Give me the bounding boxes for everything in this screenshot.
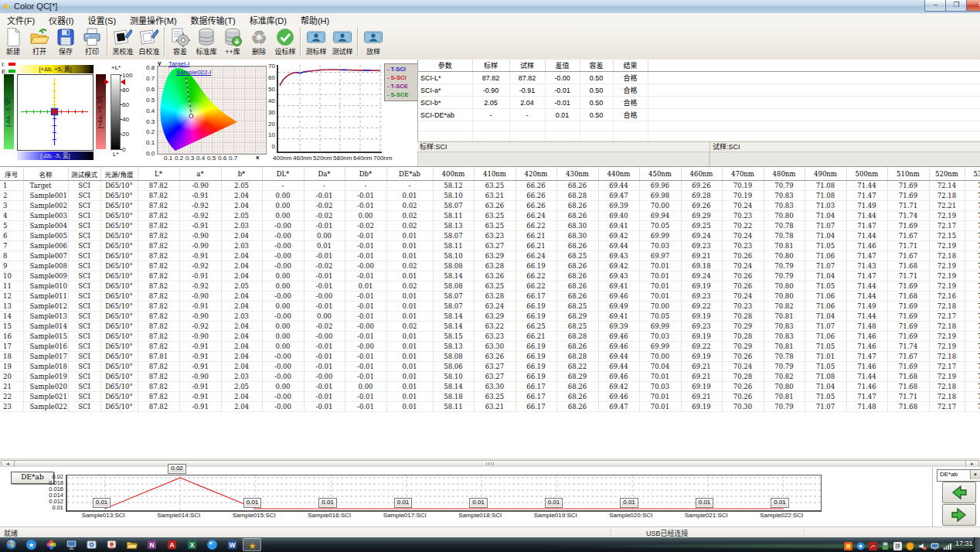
browser-star-icon[interactable]: ★ xyxy=(22,538,40,551)
table-row[interactable]: 2Sample001SCID65/10°87.82-0.912.040.00-0… xyxy=(0,191,980,201)
table-row[interactable]: 5Sample004SCID65/10°87.82-0.912.03-0.00-… xyxy=(0,221,980,231)
media-flower-icon[interactable] xyxy=(42,538,60,551)
table-cell: 70.83 xyxy=(764,332,805,342)
tolerance-button[interactable]: 容差 xyxy=(167,26,193,58)
open-button[interactable]: 打开 xyxy=(26,26,53,58)
column-header: 460nm xyxy=(681,167,722,181)
table-cell: 0.00 xyxy=(345,211,386,221)
table-cell: 69.42 xyxy=(598,261,639,271)
table-row[interactable]: 23Sample022SCID65/10°87.82-0.912.04-0.00… xyxy=(0,402,980,412)
tray-ime-icon[interactable]: 拼 xyxy=(892,540,903,550)
standard-library-icon xyxy=(196,27,216,47)
tray-app-icon[interactable] xyxy=(842,540,853,550)
close-button[interactable]: ✕ xyxy=(966,0,980,12)
table-cell: D65/10° xyxy=(100,332,138,342)
tray-volume-muted-icon[interactable] xyxy=(917,540,927,550)
tray-usb-icon[interactable] xyxy=(880,540,890,550)
column-header: 440nm xyxy=(598,167,639,181)
table-row[interactable]: 9Sample008SCID65/10°87.82-0.922.04-0.00-… xyxy=(0,261,980,271)
table-cell: 70.01 xyxy=(639,281,681,291)
table-cell: 70.01 xyxy=(639,271,681,281)
table-cell: -0.01 xyxy=(304,302,345,312)
tray-pdf-icon[interactable] xyxy=(867,540,878,550)
maximize-button[interactable]: ❐ xyxy=(945,0,968,12)
table-row[interactable]: 22Sample021SCID65/10°87.82-0.912.04-0.00… xyxy=(0,392,980,402)
table-cell: SCI xyxy=(68,201,100,211)
set-standard-button[interactable]: 设标样 xyxy=(272,26,298,58)
table-cell: 0.00 xyxy=(262,302,304,312)
print-button[interactable]: 打印 xyxy=(79,26,105,58)
table-row[interactable]: 18Sample017SCID65/10°87.81-0.912.04-0.00… xyxy=(0,352,980,362)
table-row[interactable]: 13Sample012SCID65/10°87.82-0.912.040.00-… xyxy=(0,302,980,312)
parameters-row[interactable]: SCI-DE*ab--0.010.50合格 xyxy=(418,109,980,121)
table-cell: 72.1 xyxy=(965,332,980,342)
table-row[interactable]: 4Sample003SCID65/10°87.82-0.922.050.00-0… xyxy=(0,211,980,221)
table-row[interactable]: 12Sample011SCID65/10°87.82-0.902.04-0.00… xyxy=(0,291,980,302)
release-sample-button[interactable]: 放样 xyxy=(360,26,386,58)
explorer-folder-icon[interactable] xyxy=(122,538,141,551)
onenote-icon[interactable]: N xyxy=(142,538,161,551)
table-row[interactable]: 14Sample013SCID65/10°87.82-0.902.03-0.00… xyxy=(0,312,980,322)
table-row[interactable]: 11Sample010SCID65/10°87.82-0.922.050.00-… xyxy=(0,281,980,291)
table-row[interactable]: 8Sample007SCID65/10°87.82-0.912.04-0.00-… xyxy=(0,251,980,261)
measure-standard-button[interactable]: 测标样 xyxy=(303,26,329,58)
colorqc-star-icon[interactable]: ★ xyxy=(243,538,261,551)
table-row[interactable]: 7Sample006SCID65/10°87.82-0.902.03-0.000… xyxy=(0,241,980,251)
table-cell: 23 xyxy=(0,402,23,412)
acrobat-icon[interactable]: A xyxy=(162,538,181,551)
standard-library-button[interactable]: 标准库 xyxy=(193,26,219,58)
trend-metric-dropdown[interactable]: DE*ab ▼ xyxy=(937,469,980,482)
player-icon[interactable] xyxy=(82,538,100,551)
parameters-row[interactable]: SCI-a*-0.90-0.91-0.010.50合格 xyxy=(418,84,980,97)
table-cell: 2.04 xyxy=(221,332,262,342)
delete-button[interactable]: ♻删除 xyxy=(246,26,272,58)
start-orb[interactable] xyxy=(2,538,20,551)
table-row[interactable]: 19Sample018SCID65/10°87.82-0.912.04-0.00… xyxy=(0,362,980,372)
minimize-button[interactable]: – xyxy=(924,0,947,12)
table-cell: -0.01 xyxy=(304,221,345,231)
table-row[interactable]: 16Sample015SCID65/10°87.82-0.902.040.00-… xyxy=(0,332,980,342)
show-desktop-button[interactable] xyxy=(974,537,980,552)
measure-sample-button[interactable]: 测试样 xyxy=(329,26,356,58)
ab-difference-plot[interactable] xyxy=(17,74,94,151)
browser-sphere-icon[interactable] xyxy=(202,538,221,551)
table-row[interactable]: 6Sample005SCID65/10°87.82-0.902.04-0.000… xyxy=(0,231,980,241)
table-cell: 0.01 xyxy=(345,281,386,291)
measurement-table-container[interactable]: 序号名称测试模式光源/角度L*a*b*DL*Da*Db*DE*ab400nm41… xyxy=(0,166,980,459)
table-cell: 66.22 xyxy=(516,271,556,281)
spectral-plot[interactable] xyxy=(277,65,382,153)
tray-security-icon[interactable] xyxy=(904,540,915,550)
table-cell: -0.01 xyxy=(345,312,386,322)
table-cell: 69.99 xyxy=(639,231,681,241)
table-row[interactable]: 20Sample019SCID65/10°87.82-0.902.03-0.00… xyxy=(0,372,980,382)
tray-display-icon[interactable] xyxy=(929,540,940,550)
snipping-icon[interactable] xyxy=(102,538,121,551)
table-row[interactable]: 17Sample016SCID65/10°87.82-0.912.040.00-… xyxy=(0,342,980,352)
add-library-button[interactable]: ++库 xyxy=(219,26,246,58)
computer-icon[interactable] xyxy=(62,538,80,551)
table-row[interactable]: 15Sample014SCID65/10°87.82-0.922.040.00-… xyxy=(0,322,980,332)
status-bar: 就绪 USB已经连接 xyxy=(0,526,980,538)
table-cell: 70.23 xyxy=(722,211,764,221)
table-row[interactable]: 10Sample009SCID65/10°87.82-0.912.040.00-… xyxy=(0,271,980,281)
parameters-row[interactable]: SCI-b*2.052.04-0.010.50合格 xyxy=(418,97,980,109)
previous-sample-button[interactable] xyxy=(942,482,976,503)
parameters-row[interactable]: SCI-L*87.8287.82-0.000.50合格 xyxy=(418,72,980,84)
title-bar[interactable]: ★ Color QC[*] – ❐ ✕ xyxy=(0,0,980,14)
word-icon[interactable]: W xyxy=(223,538,241,551)
table-cell: -0.01 xyxy=(304,191,345,201)
white-calibration-button[interactable]: 白校准 xyxy=(136,26,162,58)
black-calibration-button[interactable]: 黑校准 xyxy=(110,26,136,58)
table-cell: D65/10° xyxy=(100,211,138,221)
table-cell: 66.19 xyxy=(516,312,556,322)
excel-icon[interactable]: X xyxy=(182,538,201,551)
table-row[interactable]: 1TargetSCID65/10°87.82-0.902.05----58.12… xyxy=(0,181,980,191)
table-row[interactable]: 3Sample002SCID65/10°87.82-0.922.040.00-0… xyxy=(0,201,980,211)
tray-messenger-icon[interactable] xyxy=(855,540,866,550)
new-button[interactable]: 新建 xyxy=(0,26,26,58)
table-cell: 0.00 xyxy=(262,191,304,201)
tray-network-signal-icon[interactable] xyxy=(941,540,952,550)
save-button[interactable]: 保存 xyxy=(53,26,79,58)
table-row[interactable]: 21Sample020SCID65/10°87.82-0.912.050.00-… xyxy=(0,382,980,392)
next-sample-button[interactable] xyxy=(942,504,976,526)
